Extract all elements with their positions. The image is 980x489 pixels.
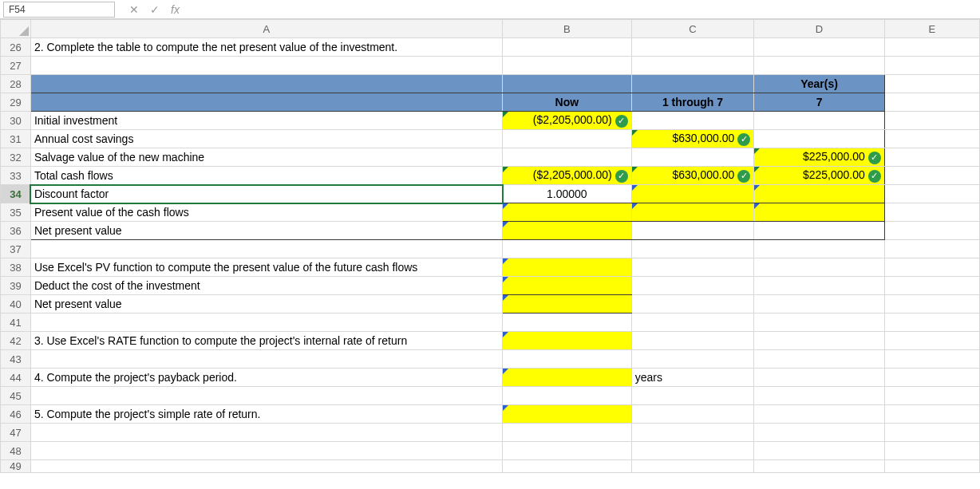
cell-C38[interactable]	[631, 258, 754, 277]
cell-E43[interactable]	[884, 350, 979, 369]
cell-C46[interactable]	[631, 405, 754, 424]
cell-D33[interactable]: $225,000.00✓	[754, 167, 885, 185]
cell-E39[interactable]	[884, 277, 979, 295]
cell-A36[interactable]: Net present value	[30, 222, 502, 240]
cell-E33[interactable]	[884, 167, 979, 185]
row-header[interactable]: 48	[1, 442, 31, 460]
cell-E38[interactable]	[884, 258, 979, 277]
cell-A47[interactable]	[30, 424, 502, 442]
cell-C29[interactable]: 1 through 7	[631, 93, 754, 112]
cell-D31[interactable]	[754, 130, 885, 148]
cell-B44[interactable]	[503, 369, 632, 387]
cell-E42[interactable]	[884, 332, 979, 350]
col-header-B[interactable]: B	[503, 20, 632, 38]
cell-B45[interactable]	[503, 387, 632, 405]
cell-E46[interactable]	[884, 405, 979, 424]
cell-E32[interactable]	[884, 148, 979, 167]
cell-E37[interactable]	[884, 240, 979, 258]
spreadsheet-grid[interactable]: A B C D E 26 2. Complete the table to co…	[0, 19, 980, 473]
cell-E40[interactable]	[884, 295, 979, 314]
cell-E30[interactable]	[884, 112, 979, 130]
col-header-A[interactable]: A	[30, 20, 502, 38]
cell-C37[interactable]	[631, 240, 754, 258]
cell-B37[interactable]	[503, 240, 632, 258]
cell-D47[interactable]	[754, 424, 885, 442]
cell-A30[interactable]: Initial investment	[30, 112, 502, 130]
cell-D30[interactable]	[754, 112, 885, 130]
cell-E45[interactable]	[884, 387, 979, 405]
cell-D49[interactable]	[754, 460, 885, 473]
cell-D42[interactable]	[754, 332, 885, 350]
cell-C45[interactable]	[631, 387, 754, 405]
cell-B35[interactable]	[503, 203, 632, 222]
cell-C49[interactable]	[631, 460, 754, 473]
cell-C26[interactable]	[631, 38, 754, 57]
row-header[interactable]: 39	[1, 277, 31, 295]
cell-E41[interactable]	[884, 314, 979, 332]
cell-A31[interactable]: Annual cost savings	[30, 130, 502, 148]
cell-B28[interactable]	[503, 75, 632, 93]
row-header[interactable]: 32	[1, 148, 31, 167]
cell-D48[interactable]	[754, 442, 885, 460]
cell-A39[interactable]: Deduct the cost of the investment	[30, 277, 502, 295]
select-all-corner[interactable]	[1, 20, 31, 38]
cell-A44[interactable]: 4. Compute the project's payback period.	[30, 369, 502, 387]
cell-D43[interactable]	[754, 350, 885, 369]
cell-E29[interactable]	[884, 93, 979, 112]
cell-A48[interactable]	[30, 442, 502, 460]
row-header[interactable]: 37	[1, 240, 31, 258]
cell-E44[interactable]	[884, 369, 979, 387]
cell-D29[interactable]: 7	[754, 93, 885, 112]
row-header[interactable]: 30	[1, 112, 31, 130]
cell-C32[interactable]	[631, 148, 754, 167]
cell-D36[interactable]	[754, 222, 885, 240]
cell-C40[interactable]	[631, 295, 754, 314]
row-header[interactable]: 27	[1, 57, 31, 75]
cell-C43[interactable]	[631, 350, 754, 369]
row-header[interactable]: 44	[1, 369, 31, 387]
cell-A41[interactable]	[30, 314, 502, 332]
name-box[interactable]: F54	[3, 2, 115, 18]
cell-D34[interactable]	[754, 185, 885, 203]
cell-B34[interactable]: 1.00000	[503, 185, 632, 203]
row-header[interactable]: 41	[1, 314, 31, 332]
cell-A38[interactable]: Use Excel's PV function to compute the p…	[30, 258, 502, 277]
row-header[interactable]: 45	[1, 387, 31, 405]
cell-A35[interactable]: Present value of the cash flows	[30, 203, 502, 222]
cell-A26[interactable]: 2. Complete the table to compute the net…	[30, 38, 502, 57]
cell-A34[interactable]: Discount factor	[30, 185, 502, 203]
cell-A43[interactable]	[30, 350, 502, 369]
cell-A45[interactable]	[30, 387, 502, 405]
cell-D27[interactable]	[754, 57, 885, 75]
cell-B39[interactable]	[503, 277, 632, 295]
row-header[interactable]: 43	[1, 350, 31, 369]
cell-C42[interactable]	[631, 332, 754, 350]
cell-E36[interactable]	[884, 222, 979, 240]
cell-A49[interactable]	[30, 460, 502, 473]
cell-B49[interactable]	[503, 460, 632, 473]
row-header[interactable]: 49	[1, 460, 31, 473]
row-header[interactable]: 28	[1, 75, 31, 93]
cell-D44[interactable]	[754, 369, 885, 387]
cell-D46[interactable]	[754, 405, 885, 424]
row-header[interactable]: 35	[1, 203, 31, 222]
cell-D37[interactable]	[754, 240, 885, 258]
cell-B46[interactable]	[503, 405, 632, 424]
cell-D45[interactable]	[754, 387, 885, 405]
cell-A28[interactable]	[30, 75, 502, 93]
cell-A46[interactable]: 5. Compute the project's simple rate of …	[30, 405, 502, 424]
cell-E26[interactable]	[884, 38, 979, 57]
cell-B33[interactable]: ($2,205,000.00)✓	[503, 167, 632, 185]
cell-C28[interactable]	[631, 75, 754, 93]
cell-B36[interactable]	[503, 222, 632, 240]
cell-C36[interactable]	[631, 222, 754, 240]
row-header[interactable]: 29	[1, 93, 31, 112]
cell-B38[interactable]	[503, 258, 632, 277]
cell-E28[interactable]	[884, 75, 979, 93]
cell-D32[interactable]: $225,000.00✓	[754, 148, 885, 167]
cell-B41[interactable]	[503, 314, 632, 332]
col-header-C[interactable]: C	[631, 20, 754, 38]
row-header[interactable]: 33	[1, 167, 31, 185]
cell-B27[interactable]	[503, 57, 632, 75]
cell-D38[interactable]	[754, 258, 885, 277]
